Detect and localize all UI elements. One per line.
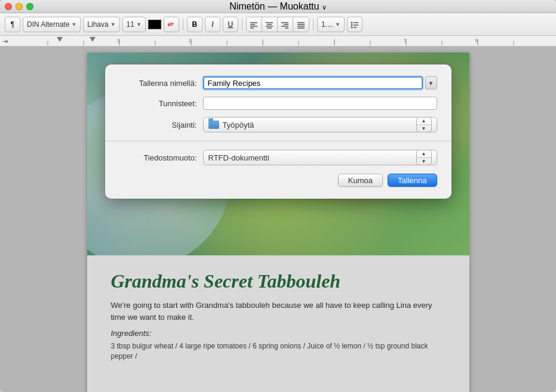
title-chevron[interactable]: ∨ <box>322 4 327 11</box>
format-label: Tiedostomuoto: <box>119 153 203 162</box>
separator-2 <box>242 18 242 30</box>
list-numbered-label: 1.... <box>321 20 333 29</box>
paragraph-button[interactable]: ¶ <box>5 17 20 32</box>
pencil-button[interactable]: ✏ <box>164 17 179 32</box>
svg-marker-36 <box>57 37 63 42</box>
italic-icon: I <box>211 20 213 29</box>
location-picker[interactable]: Työpöytä ▲ ▼ <box>203 117 437 132</box>
folder-icon <box>208 121 219 129</box>
dialog-buttons: Kumoa Tallenna <box>119 174 437 187</box>
font-size-picker[interactable]: 11 ▼ <box>122 17 146 32</box>
location-stepper-down[interactable]: ▼ <box>417 125 431 132</box>
svg-point-18 <box>351 24 352 26</box>
pencil-icon: ✏ <box>167 18 176 30</box>
window-title: Nimetön — Muokattu ∨ <box>229 1 327 12</box>
alignment-group <box>246 17 309 32</box>
svg-point-16 <box>351 21 352 23</box>
align-right-button[interactable] <box>278 17 293 32</box>
svg-point-20 <box>351 26 352 28</box>
svg-text:7: 7 <box>403 38 406 44</box>
font-name-chevron-icon: ▼ <box>71 21 76 27</box>
location-label: Sijainti: <box>119 121 203 129</box>
filename-expand-button[interactable]: ▼ <box>425 76 437 89</box>
font-style-chevron-icon: ▼ <box>110 21 116 27</box>
svg-text:2: 2 <box>188 38 191 44</box>
dialog-divider <box>105 141 451 141</box>
filename-label: Tallenna nimellä: <box>119 79 203 88</box>
underline-icon: U <box>228 20 234 29</box>
tags-input[interactable] <box>203 97 437 110</box>
separator-3 <box>313 18 314 30</box>
font-style-label: Lihava <box>87 20 108 29</box>
italic-button[interactable]: I <box>205 17 220 32</box>
cancel-button[interactable]: Kumoa <box>338 174 383 187</box>
svg-text:1: 1 <box>116 38 119 44</box>
align-left-button[interactable] <box>247 17 262 32</box>
toolbar: ¶ DIN Alternate ▼ Lihava ▼ 11 ▼ ✏ B I U <box>0 13 556 36</box>
font-name-label: DIN Alternate <box>27 20 69 29</box>
location-stepper[interactable]: ▲ ▼ <box>416 117 432 132</box>
color-swatch[interactable] <box>148 20 161 29</box>
filename-input-wrapper: ▼ <box>203 76 437 89</box>
separator-1 <box>183 18 183 30</box>
svg-text:8: 8 <box>475 38 478 44</box>
list-numbered-picker[interactable]: 1.... ▼ <box>317 17 345 32</box>
format-stepper[interactable]: ▲ ▼ <box>416 150 432 165</box>
format-stepper-up[interactable]: ▲ <box>417 150 431 158</box>
font-name-picker[interactable]: DIN Alternate ▼ <box>23 17 81 32</box>
font-size-chevron-icon: ▼ <box>136 21 142 27</box>
location-row: Sijainti: Työpöytä ▲ ▼ <box>119 117 437 132</box>
close-button[interactable] <box>5 3 12 10</box>
ruler-marks: 1 2 7 8 <box>0 36 556 46</box>
format-value: RTFD-dokumentti <box>208 153 269 162</box>
window-controls <box>5 3 33 10</box>
svg-marker-37 <box>90 37 96 42</box>
maximize-button[interactable] <box>26 3 33 10</box>
ruler: ⇥ <box>0 36 556 47</box>
list-numbered-chevron-icon: ▼ <box>335 21 340 27</box>
filename-input[interactable] <box>203 76 423 89</box>
align-justify-button[interactable] <box>293 17 309 32</box>
tags-row: Tunnisteet: <box>119 97 437 110</box>
minimize-button[interactable] <box>16 3 23 10</box>
save-button[interactable]: Tallenna <box>388 174 437 187</box>
save-dialog: Tallenna nimellä: ▼ Tunnisteet: Sijainti… <box>105 64 451 199</box>
location-stepper-up[interactable]: ▲ <box>417 118 431 125</box>
bold-button[interactable]: B <box>187 17 202 32</box>
location-text: Työpöytä <box>223 121 254 129</box>
font-size-label: 11 <box>127 20 134 29</box>
format-stepper-down[interactable]: ▼ <box>417 158 431 165</box>
font-style-picker[interactable]: Lihava ▼ <box>83 17 119 32</box>
align-center-button[interactable] <box>262 17 278 32</box>
modified-indicator: — Muokattu <box>268 1 319 11</box>
underline-button[interactable]: U <box>223 17 238 32</box>
titlebar: Nimetön — Muokattu ∨ <box>0 0 556 13</box>
format-row: Tiedostomuoto: RTFD-dokumentti ▲ ▼ <box>119 150 437 165</box>
content-area: Grandma's Secret Tabbouleh We're going t… <box>0 47 556 392</box>
filename-row: Tallenna nimellä: ▼ <box>119 76 437 89</box>
app-window: Nimetön — Muokattu ∨ ¶ DIN Alternate ▼ L… <box>0 0 556 392</box>
format-picker[interactable]: RTFD-dokumentti ▲ ▼ <box>203 150 437 165</box>
dialog-overlay: Tallenna nimellä: ▼ Tunnisteet: Sijainti… <box>0 47 556 392</box>
bold-icon: B <box>192 20 198 29</box>
list-bullet-button[interactable] <box>347 17 363 32</box>
tags-label: Tunnisteet: <box>119 99 203 108</box>
location-value: Työpöytä <box>208 121 254 129</box>
paragraph-icon: ¶ <box>11 20 14 29</box>
ruler-icon: ⇥ <box>2 38 8 45</box>
